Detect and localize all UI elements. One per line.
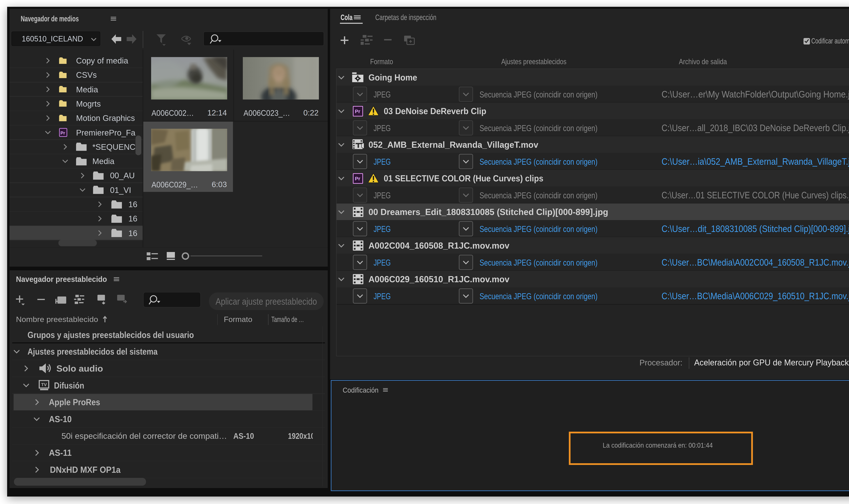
svg-text:TV: TV — [41, 382, 47, 387]
